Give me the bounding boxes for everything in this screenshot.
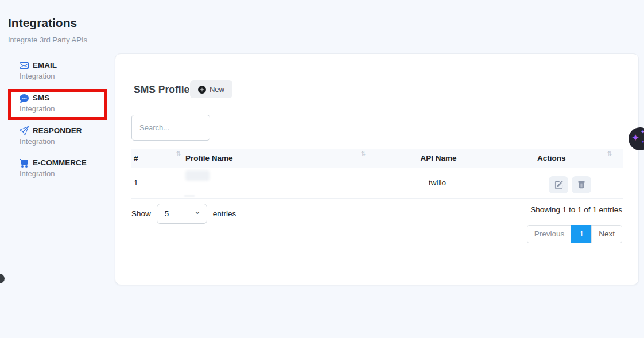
column-header-index[interactable]: # (134, 149, 138, 168)
edit-button[interactable] (549, 176, 568, 193)
sparkle-icon: ✦ (641, 129, 644, 135)
sidebar-item-sms-row: SMS SMS (20, 92, 111, 103)
sidebar-item-email-row: EMAIL (20, 60, 111, 71)
sidebar-item-responder-row: RESPONDER (20, 125, 111, 136)
pagination: Previous 1 Next (527, 225, 622, 243)
panel-title: SMS Profile (134, 84, 189, 96)
new-profile-button[interactable]: New (190, 80, 232, 98)
cell-profile-name-redacted (185, 170, 210, 181)
page-subtitle: Integrate 3rd Party APIs (8, 36, 87, 44)
column-header-profile-name[interactable]: Profile Name (185, 149, 233, 168)
sidebar-item-ecommerce-row: E-COMMERCE (20, 157, 111, 168)
show-label: Show (131, 209, 151, 218)
cell-api-name: twilio (391, 168, 483, 199)
entries-label: entries (213, 209, 236, 218)
previous-page-button[interactable]: Previous (527, 225, 572, 243)
current-page-button[interactable]: 1 (571, 225, 592, 243)
svg-text:SMS: SMS (21, 96, 26, 99)
integrations-page: Integrations Integrate 3rd Party APIs EM… (0, 0, 644, 338)
envelope-icon (20, 61, 29, 70)
sort-icon[interactable]: ⇅ (607, 150, 612, 157)
new-profile-button-label: New (210, 85, 224, 94)
sidebar-item-ecommerce-label: E-COMMERCE (33, 158, 87, 167)
cell-index: 1 (134, 168, 138, 199)
sidebar-item-ecommerce[interactable]: E-COMMERCE Integration (20, 157, 111, 178)
page-title: Integrations (8, 16, 77, 30)
sidebar-item-email-sublabel: Integration (20, 72, 111, 80)
edit-icon (554, 181, 563, 189)
column-header-actions[interactable]: Actions (537, 149, 566, 168)
trash-icon (577, 181, 585, 189)
sidebar-item-ecommerce-sublabel: Integration (20, 169, 111, 178)
sort-icon[interactable]: ⇅ (361, 150, 366, 157)
edge-handle[interactable] (0, 274, 5, 283)
profiles-table: # ⇅ Profile Name ⇅ API Name Actions ⇅ 1 … (131, 149, 623, 199)
sparkle-icon: ✦ (631, 132, 639, 144)
search-input[interactable] (131, 115, 210, 141)
sparkle-icon: ✦ (641, 139, 644, 145)
showing-entries-text: Showing 1 to 1 of 1 entries (530, 205, 622, 214)
page-size-group: Show 5 ⌄ entries (131, 204, 236, 224)
paper-plane-icon (20, 126, 29, 135)
page-size-value: 5 (165, 209, 169, 218)
table-header-row: # ⇅ Profile Name ⇅ API Name Actions ⇅ (131, 149, 623, 168)
sidebar-item-sms[interactable]: SMS SMS Integration (20, 92, 111, 113)
table-row: 1 twilio (131, 168, 623, 199)
sidebar-item-sms-sublabel: Integration (20, 104, 111, 113)
shopping-cart-icon (20, 158, 29, 168)
sort-icon[interactable]: ⇅ (176, 150, 181, 157)
chevron-down-icon: ⌄ (194, 207, 201, 216)
sms-profile-panel: SMS Profile New # ⇅ Profile Name ⇅ API N… (115, 53, 639, 285)
delete-button[interactable] (572, 176, 591, 193)
cell-profile-name-redacted-fragment (184, 195, 195, 197)
sidebar-item-sms-label: SMS (33, 94, 49, 102)
next-page-button[interactable]: Next (591, 225, 622, 243)
sidebar-item-responder[interactable]: RESPONDER Integration (20, 125, 111, 146)
sidebar-item-responder-label: RESPONDER (33, 126, 82, 135)
sidebar-item-responder-sublabel: Integration (20, 137, 111, 146)
sidebar-item-email[interactable]: EMAIL Integration (20, 60, 111, 80)
column-header-api-name[interactable]: API Name (393, 149, 484, 168)
plus-circle-icon (198, 86, 206, 94)
page-size-select[interactable]: 5 ⌄ (157, 204, 207, 224)
sidebar-item-email-label: EMAIL (33, 61, 57, 69)
sms-chat-bubble-icon: SMS (20, 94, 29, 103)
